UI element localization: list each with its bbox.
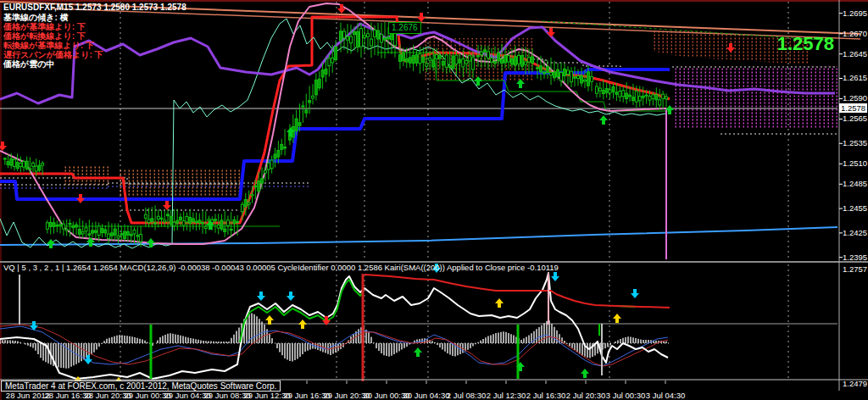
candle-body [353, 31, 356, 34]
candle-body [567, 70, 570, 75]
candle-body [605, 88, 608, 92]
candle-body [638, 97, 641, 101]
candle-body [581, 75, 583, 83]
candle-body [432, 60, 435, 67]
candle-body [426, 64, 428, 66]
candle-body [208, 219, 210, 221]
price-axis-label: 1.2670 [843, 30, 867, 38]
vq-white [0, 273, 668, 379]
candle-body [42, 163, 44, 165]
candle-body [195, 221, 198, 222]
candle-body [442, 61, 444, 64]
candle-body [484, 50, 487, 52]
candle-body [241, 204, 243, 211]
candle-body [665, 97, 668, 99]
price-tag-label: 1.2676 [388, 22, 421, 34]
candle-body [217, 225, 220, 228]
candle-body [419, 53, 421, 63]
buy-arrow-icon [495, 298, 504, 308]
candle-body [381, 35, 383, 42]
candle-body [157, 216, 159, 219]
ichimoku-status-line: 価格が基準線より: 下 [3, 22, 103, 31]
candle-body [455, 55, 458, 64]
candle-body [295, 119, 298, 131]
candle-body [281, 144, 283, 149]
candle-body [577, 76, 580, 79]
price-axis-label: 1.2425 [843, 229, 867, 237]
candle-body [267, 164, 270, 169]
candle-body [402, 53, 404, 61]
sub-axis-label: 1.2479 [843, 380, 867, 388]
indicator-header: VQ | 5 , 3 , 2 , 1 | 1.2654 1.2654 MACD(… [3, 264, 559, 272]
candle-body [531, 57, 534, 63]
candle-body [160, 218, 163, 219]
candle-body [632, 97, 634, 101]
candle-body [438, 55, 441, 58]
candle-body [126, 231, 129, 235]
current-price-display: 1.2578 [777, 34, 834, 54]
candle-body [248, 203, 250, 204]
candle-body [72, 225, 75, 227]
candle-body [97, 226, 100, 236]
candle-body [448, 66, 451, 68]
time-axis-label: 30 Jun 04:30 [403, 392, 450, 400]
candle-body [49, 222, 52, 226]
candle-body [598, 88, 601, 91]
candle-body [318, 79, 320, 87]
candle-body [88, 234, 91, 235]
candle-body [331, 58, 334, 63]
candle-body [591, 77, 593, 82]
candle-body [226, 220, 229, 226]
price-axis-label: 1.2535 [843, 139, 867, 147]
candle-body [314, 80, 317, 94]
candle-body [124, 231, 126, 238]
candle-body [189, 218, 192, 224]
price-axis-label: 1.2485 [843, 180, 867, 188]
candle-body [564, 69, 566, 75]
candle-body [59, 225, 62, 225]
candle-body [518, 55, 520, 64]
candle-body [38, 165, 41, 170]
candle-body [309, 101, 311, 103]
candle-body [547, 67, 549, 73]
candle-body [498, 53, 500, 60]
candle-body [120, 234, 123, 235]
candle-body [277, 151, 280, 158]
kumo-future-magenta [672, 66, 837, 129]
candle-body [298, 123, 301, 125]
candle-body [274, 154, 276, 158]
candle-body [10, 158, 13, 165]
candle-body [62, 224, 64, 229]
candle-body [214, 219, 217, 221]
candle-body [130, 234, 132, 236]
candle-body [360, 29, 363, 47]
buy-arrow-icon [147, 238, 155, 247]
candle-body [635, 91, 637, 102]
candle-body [469, 56, 471, 61]
candle-body [377, 31, 380, 39]
candle-body [659, 100, 661, 105]
candle-body [46, 223, 48, 230]
candle-body [343, 31, 346, 38]
candle-body [321, 70, 324, 77]
candle-body [487, 52, 490, 58]
candle-body [204, 226, 207, 228]
candle-body [92, 231, 94, 233]
chart-canvas[interactable] [0, 0, 868, 400]
candle-body [140, 235, 142, 242]
buy-arrow-icon [265, 315, 274, 325]
price-axis-label: 1.2395 [843, 253, 867, 262]
buy-arrow-icon [414, 347, 422, 357]
candle-body [662, 94, 665, 98]
ichimoku-status-line: 基準線の傾き: 横 [3, 13, 103, 22]
sell-arrow-icon [163, 201, 171, 210]
candle-body [445, 55, 448, 67]
candle-body [609, 90, 611, 93]
sub-axis-label: 1.2757 [843, 265, 867, 274]
candle-body [167, 214, 170, 216]
candle-body [570, 71, 573, 81]
candle-body [584, 80, 587, 81]
candle-body [429, 58, 431, 60]
candle-body [515, 57, 517, 65]
candle-body [491, 58, 493, 62]
